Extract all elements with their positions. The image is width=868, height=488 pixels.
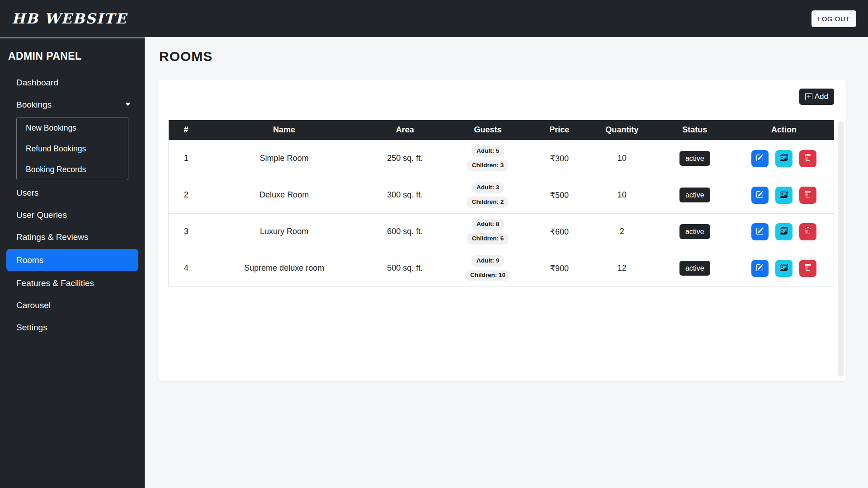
cell-area: 300 sq. ft. [365,177,445,213]
cell-status: active [656,140,734,177]
plus-square-icon [805,93,812,100]
edit-button[interactable] [751,150,769,167]
edit-pencil-square-icon [756,154,764,163]
sidebar-item-refund-bookings[interactable]: Refund Bookings [17,138,128,159]
bookings-submenu: New Bookings Refund Bookings Booking Rec… [16,117,128,180]
children-badge: Children: 3 [467,160,509,171]
table-scrollbar[interactable] [838,121,844,376]
adult-badge: Adult: 5 [472,145,504,157]
cell-action [734,250,834,286]
sidebar-item-carousel[interactable]: Carousel [0,294,145,316]
col-header-price: Price [530,120,588,140]
table-row: 2 Deluxe Room 300 sq. ft. Adult: 3 Child… [169,177,834,213]
cell-price: ₹300 [530,140,588,177]
delete-button[interactable] [799,260,816,277]
delete-button[interactable] [799,150,816,167]
sidebar-item-features-facilities[interactable]: Features & Facilities [0,272,145,294]
col-header-quantity: Quantity [588,120,656,140]
sidebar-item-settings[interactable]: Settings [0,316,145,338]
cell-guests: Adult: 5 Children: 3 [445,140,530,177]
col-header-guests: Guests [445,120,530,140]
top-navbar: HB WEBSITE LOG OUT [0,0,868,37]
cell-index: 4 [169,250,204,286]
sidebar-item-rooms[interactable]: Rooms [6,249,138,271]
cell-index: 3 [169,213,204,250]
card-toolbar: Add [168,89,834,105]
edit-pencil-square-icon [756,191,764,200]
table-header-row: # Name Area Guests Price Quantity Status… [169,120,834,140]
sidebar-item-ratings-reviews[interactable]: Ratings & Reviews [0,226,145,248]
cell-area: 250 sq. ft. [365,140,445,177]
add-button-label: Add [815,92,828,101]
trash-icon [804,154,811,163]
status-badge: active [679,188,710,203]
cell-guests: Adult: 3 Children: 2 [445,177,530,213]
images-button[interactable] [775,223,793,240]
cell-quantity: 12 [588,250,656,286]
sidebar-item-user-queries[interactable]: User Queries [0,204,145,226]
edit-pencil-square-icon [756,264,764,273]
cell-status: active [656,213,734,250]
sidebar-item-users[interactable]: Users [0,182,145,204]
table-row: 1 Simple Room 250 sq. ft. Adult: 5 Child… [169,140,834,177]
images-icon [780,154,788,163]
sidebar-item-bookings[interactable]: Bookings [0,94,145,116]
delete-button[interactable] [799,187,816,204]
sidebar: ADMIN PANEL Dashboard Bookings New Booki… [0,37,145,488]
images-button[interactable] [775,187,793,204]
adult-badge: Adult: 8 [472,219,504,230]
cell-area: 500 sq. ft. [365,250,445,286]
cell-action [734,213,834,250]
table-row: 4 Supreme deluxe room 500 sq. ft. Adult:… [169,250,834,286]
sidebar-item-dashboard[interactable]: Dashboard [0,71,145,94]
add-button[interactable]: Add [799,89,834,105]
sidebar-title: ADMIN PANEL [0,38,145,67]
cell-name: Supreme deluxe room [204,250,365,286]
cell-price: ₹900 [530,250,588,286]
images-icon [780,227,788,236]
trash-icon [804,191,811,199]
rooms-card: Add # Name Area Guests Price Quantity [158,80,846,381]
edit-pencil-square-icon [756,227,764,236]
brand-logo[interactable]: HB WEBSITE [12,10,127,27]
cell-price: ₹600 [530,213,588,250]
col-header-area: Area [365,120,445,140]
cell-guests: Adult: 8 Children: 6 [445,213,530,250]
edit-button[interactable] [751,223,769,240]
adult-badge: Adult: 3 [472,182,504,193]
status-badge: active [679,224,710,239]
images-icon [780,190,788,200]
edit-button[interactable] [751,260,769,277]
cell-name: Simple Room [204,140,365,177]
cell-action [734,177,834,213]
children-badge: Children: 10 [465,270,510,281]
images-button[interactable] [775,150,793,167]
trash-icon [804,227,811,236]
cell-status: active [656,250,734,286]
children-badge: Children: 6 [467,233,509,244]
col-header-status: Status [656,120,734,140]
cell-status: active [656,177,734,213]
sidebar-item-booking-records[interactable]: Booking Records [17,159,128,180]
sidebar-item-new-bookings[interactable]: New Bookings [17,117,128,138]
rooms-table: # Name Area Guests Price Quantity Status… [168,120,834,287]
cell-quantity: 2 [588,213,656,250]
status-badge: active [679,261,710,276]
cell-price: ₹500 [530,177,588,213]
logout-button[interactable]: LOG OUT [811,10,856,27]
images-icon [780,263,788,273]
cell-name: Luxury Room [204,213,365,250]
status-badge: active [679,151,710,166]
cell-index: 2 [169,177,204,213]
col-header-name: Name [204,120,365,140]
cell-action [734,140,834,177]
edit-button[interactable] [751,187,769,204]
adult-badge: Adult: 9 [472,255,504,267]
images-button[interactable] [775,260,793,277]
page-title: ROOMS [159,49,846,64]
sidebar-nav: Dashboard Bookings New Bookings Refund B… [0,71,145,338]
cell-area: 600 sq. ft. [365,213,445,250]
col-header-index: # [169,120,204,140]
cell-guests: Adult: 9 Children: 10 [445,250,530,286]
delete-button[interactable] [799,223,816,240]
